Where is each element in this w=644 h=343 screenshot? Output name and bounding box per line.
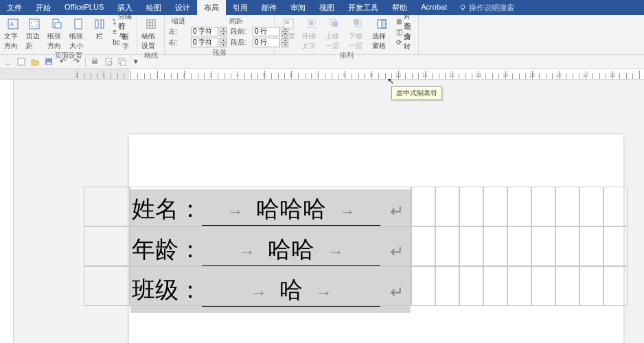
text-direction-button[interactable]: A 文字方向 (4, 16, 22, 51)
line1-value: 哈哈哈 (256, 196, 326, 222)
qat-open-icon[interactable] (30, 57, 40, 67)
lightbulb-icon (459, 4, 466, 11)
tab-officeplus[interactable]: OfficePLUS (58, 0, 111, 15)
svg-rect-11 (147, 20, 155, 28)
wrap-text-button[interactable]: 环绕文字 (302, 16, 321, 51)
svg-rect-17 (285, 21, 289, 24)
tab-references[interactable]: 引用 (226, 0, 255, 15)
qat-copy-icon[interactable] (117, 57, 127, 67)
qat-more-icon[interactable]: ▾ (131, 57, 141, 67)
hyphenation-button[interactable]: bc断字 (113, 37, 133, 47)
columns-icon (93, 18, 106, 30)
align-icon: ⊞ (396, 18, 402, 25)
group-page-setup: A 文字方向 页边距 纸张方向 纸张大小 栏 ⤵分隔符 ≡行号 (0, 15, 137, 54)
orientation-icon (50, 18, 62, 30)
indent-right-row: 右: ▴▾ (169, 37, 227, 48)
qat-tab-left-icon[interactable]: ⎵ (3, 57, 12, 67)
tab-arrow-icon: → (316, 283, 332, 301)
svg-rect-1 (462, 9, 463, 10)
svg-rect-7 (55, 23, 61, 28)
tab-arrow-icon: → (227, 202, 244, 220)
doc-line-1[interactable]: 姓名： → 哈哈哈 → ↵ (132, 193, 404, 226)
margins-button[interactable]: 页边距 (26, 16, 44, 51)
group-label-manuscript: 稿纸 (141, 51, 160, 60)
ribbon-tabs: 文件 开始 OfficePLUS 插入 绘图 设计 布局 引用 邮件 审阅 视图… (0, 0, 644, 15)
tab-design[interactable]: 设计 (168, 0, 197, 15)
paragraph-mark-icon: ↵ (390, 283, 404, 302)
tab-arrow-icon: → (239, 243, 255, 261)
indent-left-input[interactable] (191, 27, 218, 36)
spin-down[interactable]: ▾ (220, 43, 227, 47)
spin-up[interactable]: ▴ (220, 38, 227, 43)
tab-home[interactable]: 开始 (29, 0, 58, 15)
size-button[interactable]: 纸张大小 (69, 16, 87, 51)
tab-review[interactable]: 审阅 (284, 0, 312, 15)
spin-up[interactable]: ▴ (220, 27, 227, 32)
position-icon (282, 18, 295, 30)
tab-draw[interactable]: 绘图 (139, 0, 168, 15)
rotate-button[interactable]: ⟳旋转 (396, 37, 414, 47)
qat-redo-icon[interactable]: ↷ (71, 57, 81, 67)
tab-arrow-icon: → (339, 202, 356, 220)
manuscript-icon (145, 18, 157, 30)
line2-label: 年龄： (132, 234, 202, 265)
qat-preview-icon[interactable] (104, 57, 113, 67)
tab-acrobat[interactable]: Acrobat (414, 0, 454, 15)
tab-view[interactable]: 视图 (312, 0, 341, 15)
group-icon: ◫ (396, 28, 402, 36)
group-arrange: 位置 环绕文字 上移一层 下移一层 选择窗格 ⊞对齐 ◫组合 ⟳旋转 (275, 15, 419, 54)
indent-right-input[interactable] (191, 38, 218, 47)
svg-rect-36 (121, 60, 126, 66)
horizontal-ruler[interactable]: 21123456789101112131415161718 (0, 69, 644, 80)
selection-pane-icon (376, 18, 388, 30)
paragraph-mark-icon: ↵ (390, 242, 404, 261)
position-button[interactable]: 位置 (279, 16, 298, 41)
qat-print-icon[interactable] (90, 57, 100, 67)
line1-label: 姓名： (132, 193, 202, 225)
indent-left-row: 左: ▴▾ (169, 26, 227, 37)
tab-arrow-icon: → (251, 283, 267, 301)
svg-rect-4 (30, 19, 39, 29)
breaks-icon: ⤵ (113, 18, 116, 25)
manuscript-settings-button[interactable]: 稿纸设置 (141, 16, 160, 51)
svg-text:A: A (10, 21, 14, 27)
hyphenation-icon: bc (113, 38, 120, 46)
send-backward-button[interactable]: 下移一层 (349, 16, 368, 51)
tab-developer[interactable]: 开发工具 (341, 0, 385, 15)
paragraph-mark-icon: ↵ (390, 202, 404, 221)
tab-layout[interactable]: 布局 (197, 0, 226, 15)
tab-file[interactable]: 文件 (0, 0, 29, 15)
bring-forward-button[interactable]: 上移一层 (325, 16, 345, 51)
tell-me-search[interactable]: 操作说明搜索 (454, 0, 520, 15)
search-hint-text: 操作说明搜索 (469, 3, 514, 13)
qat-divider (85, 57, 86, 67)
doc-line-2[interactable]: 年龄： → 哈哈 → ↵ (132, 234, 404, 266)
svg-rect-8 (75, 19, 82, 29)
svg-rect-32 (93, 58, 97, 60)
indent-header: 缩进 (172, 16, 185, 26)
qat-new-icon[interactable] (16, 57, 26, 67)
qat-undo-icon[interactable]: ↶ (58, 57, 67, 67)
vertical-ruler[interactable] (0, 80, 14, 343)
svg-rect-30 (47, 62, 51, 64)
svg-point-0 (461, 5, 465, 9)
selection-pane-button[interactable]: 选择窗格 (372, 16, 391, 51)
qat-save-icon[interactable] (44, 57, 54, 67)
tab-arrow-icon: → (327, 243, 344, 261)
doc-line-3[interactable]: 班级： → 哈 → ↵ (132, 274, 404, 307)
bring-forward-icon (329, 18, 341, 30)
svg-rect-31 (92, 60, 97, 64)
group-manuscript: 稿纸设置 稿纸 (137, 15, 165, 54)
send-backward-icon (352, 18, 365, 30)
spin-down[interactable]: ▾ (220, 32, 227, 36)
svg-rect-9 (95, 20, 98, 28)
line3-value: 哈 (279, 277, 303, 303)
tab-mailings[interactable]: 邮件 (255, 0, 284, 15)
svg-rect-22 (332, 21, 338, 27)
text-direction-icon: A (7, 18, 19, 30)
orientation-button[interactable]: 纸张方向 (47, 16, 65, 51)
mouse-cursor-icon: ↖ (387, 76, 394, 86)
svg-rect-24 (354, 19, 359, 25)
svg-rect-10 (101, 20, 104, 28)
columns-button[interactable]: 栏 (91, 16, 109, 41)
